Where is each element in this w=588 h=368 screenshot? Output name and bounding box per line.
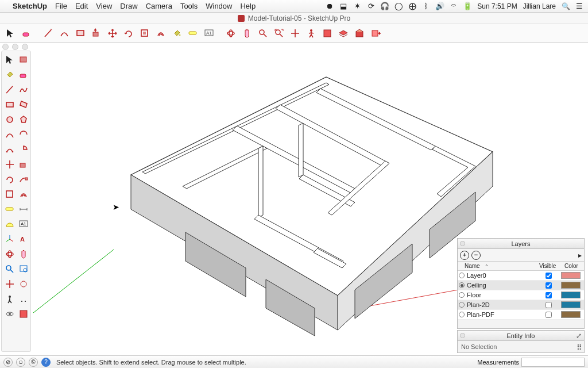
zoom-extents-tool-icon[interactable] — [272, 26, 286, 40]
layer-active-radio[interactable] — [459, 273, 465, 278]
v-move-icon[interactable] — [3, 158, 17, 171]
scale-tool-icon[interactable] — [138, 26, 152, 40]
v-zoom-icon[interactable] — [3, 262, 17, 276]
menu-tools[interactable]: Tools — [180, 2, 198, 10]
v-select-icon[interactable] — [3, 53, 17, 67]
warehouse-tool-icon[interactable] — [353, 26, 366, 40]
tape-tool-icon[interactable] — [186, 26, 200, 40]
credits-icon[interactable]: © — [29, 358, 38, 367]
v-rotated-rect-icon[interactable] — [17, 98, 30, 112]
v-previous-icon[interactable] — [3, 277, 17, 291]
statusbar-user[interactable]: Jillian Lare — [523, 2, 556, 10]
close-icon[interactable] — [460, 333, 465, 338]
v-zoom-window-icon[interactable] — [17, 262, 30, 276]
layers-panel[interactable]: Layers + − ▸ Name ⌃ Visible Color Layer0… — [457, 238, 585, 329]
eraser-tool-icon[interactable] — [20, 26, 33, 40]
previous-tool-icon[interactable] — [288, 26, 302, 40]
layer-color-swatch[interactable] — [561, 301, 581, 308]
layers-header[interactable]: Name ⌃ Visible Color — [458, 262, 584, 271]
layer-active-radio[interactable] — [459, 302, 465, 308]
v-scale-icon[interactable] — [3, 187, 17, 201]
pushpull-tool-icon[interactable] — [90, 26, 103, 40]
zoom-tool-icon[interactable] — [256, 26, 270, 40]
menu-file[interactable]: File — [55, 2, 67, 10]
layer-row[interactable]: Plan-PDF — [458, 310, 584, 320]
col-name[interactable]: Name ⌃ — [458, 263, 536, 269]
rotate-tool-icon[interactable] — [122, 26, 136, 40]
v-offset-icon[interactable] — [17, 187, 30, 201]
layers-tool-icon[interactable] — [336, 26, 350, 40]
statusbar-sync-icon[interactable]: ⟳ — [367, 2, 375, 10]
layer-row[interactable]: Floor — [458, 290, 584, 300]
v-dimension-icon[interactable] — [17, 202, 30, 216]
layer-row[interactable]: Plan-2D — [458, 300, 584, 310]
layer-color-swatch[interactable] — [561, 282, 581, 289]
v-tape-icon[interactable] — [3, 202, 17, 216]
menu-edit[interactable]: Edit — [75, 2, 88, 10]
person-icon[interactable]: ☺ — [16, 358, 25, 367]
close-icon[interactable] — [460, 241, 465, 246]
walk-tool-icon[interactable] — [304, 26, 318, 40]
v-axes-icon[interactable] — [3, 232, 17, 246]
layers-menu-icon[interactable]: ▸ — [578, 251, 582, 259]
statusbar-refresh-icon[interactable]: ⨁ — [408, 2, 416, 10]
v-text-icon[interactable]: A1 — [17, 217, 30, 231]
v-3dtext-icon[interactable]: A — [17, 232, 30, 246]
select-tool-icon[interactable] — [3, 26, 17, 40]
v-pushpull-icon[interactable] — [17, 158, 30, 171]
statusbar-clock[interactable]: Sun 7:51 PM — [477, 2, 517, 10]
col-color[interactable]: Color — [561, 263, 584, 269]
v-freehand-icon[interactable] — [17, 83, 30, 97]
layer-color-swatch[interactable] — [561, 272, 581, 279]
geolocation-icon[interactable]: ⊘ — [3, 358, 13, 367]
layer-visible-checkbox[interactable] — [546, 273, 552, 279]
entity-info-panel[interactable]: Entity Info ⤢ No Selection ⠿ — [457, 330, 585, 353]
v-followme-icon[interactable] — [17, 172, 30, 186]
measurements-input[interactable] — [521, 358, 585, 367]
layer-visible-checkbox[interactable] — [546, 302, 552, 308]
layer-visible-checkbox[interactable] — [546, 312, 552, 318]
move-tool-icon[interactable] — [106, 26, 119, 40]
statusbar-volume-icon[interactable]: 🔊 — [436, 2, 444, 10]
menu-help[interactable]: Help — [240, 2, 256, 10]
layer-visible-checkbox[interactable] — [546, 282, 552, 289]
statusbar-dropbox-icon[interactable]: ⬓ — [339, 2, 347, 10]
v-look-around-icon[interactable] — [3, 307, 17, 321]
offset-tool-icon[interactable] — [154, 26, 168, 40]
statusbar-headphones-icon[interactable]: 🎧 — [381, 2, 389, 10]
menu-draw[interactable]: Draw — [120, 2, 137, 10]
spotlight-icon[interactable] — [562, 2, 570, 10]
v-eraser-icon[interactable] — [17, 68, 30, 82]
orbit-tool-icon[interactable] — [224, 26, 238, 40]
menu-camera[interactable]: Camera — [146, 2, 172, 10]
text-tool-icon[interactable]: A1 — [202, 26, 216, 40]
remove-layer-button[interactable]: − — [471, 251, 481, 260]
v-pie-icon[interactable] — [17, 143, 30, 156]
v-arc-icon[interactable] — [3, 128, 17, 141]
v-circle-icon[interactable] — [3, 113, 17, 126]
v-line-icon[interactable] — [3, 83, 17, 97]
layers-panel-titlebar[interactable]: Layers — [458, 239, 584, 249]
export-tool-icon[interactable] — [369, 26, 382, 40]
v-rotate-icon[interactable] — [3, 172, 17, 186]
layer-active-radio[interactable] — [459, 282, 465, 288]
v-orbit-icon[interactable] — [3, 247, 17, 261]
statusbar-circle-icon[interactable]: ◯ — [394, 2, 403, 10]
v-2pt-arc-icon[interactable] — [17, 128, 30, 141]
v-walk-icon[interactable] — [17, 292, 30, 306]
app-name[interactable]: SketchUp — [13, 2, 47, 10]
section-tool-icon[interactable] — [320, 26, 334, 40]
entity-info-details-icon[interactable]: ⠿ — [577, 343, 581, 352]
statusbar-bluetooth-icon[interactable]: ᛒ — [422, 2, 430, 10]
statusbar-battery-icon[interactable]: 🔋 — [463, 2, 471, 10]
menu-window[interactable]: Window — [206, 2, 232, 10]
layer-row[interactable]: Ceiling — [458, 281, 584, 290]
v-position-camera-icon[interactable] — [3, 292, 17, 306]
statusbar-evernote-icon[interactable]: ✶ — [353, 2, 361, 10]
v-polygon-icon[interactable] — [17, 113, 30, 126]
statusbar-wifi-icon[interactable]: ⌔ — [450, 2, 458, 10]
layer-row[interactable]: Layer0 — [458, 271, 584, 281]
help-icon[interactable]: ? — [41, 358, 51, 367]
layer-active-radio[interactable] — [459, 312, 465, 317]
statusbar-camera-icon[interactable]: ⏺ — [326, 2, 334, 10]
